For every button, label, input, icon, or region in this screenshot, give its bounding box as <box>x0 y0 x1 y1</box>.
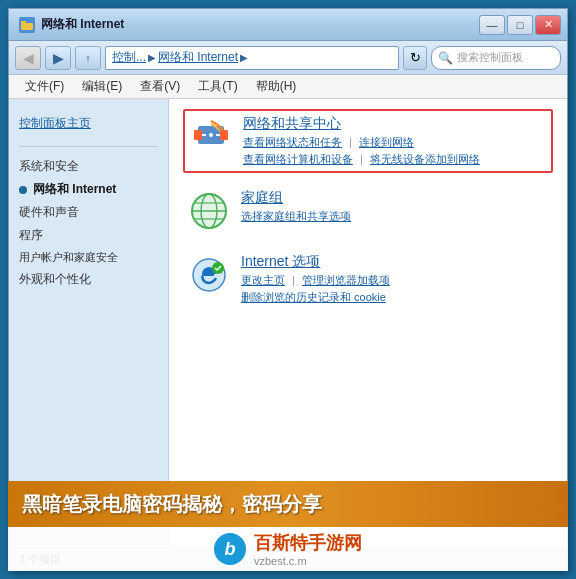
link-view-status[interactable]: 查看网络状态和任务 <box>243 136 342 148</box>
link-separator-2: | <box>360 153 366 165</box>
window-controls: — □ ✕ <box>479 15 561 35</box>
link-separator-1: | <box>349 136 355 148</box>
homegroup-title[interactable]: 家庭组 <box>241 189 549 207</box>
menu-help[interactable]: 帮助(H) <box>248 76 305 97</box>
category-network-sharing: 网络和共享中心 查看网络状态和任务 | 连接到网络 查看网络计算机和设备 | 将… <box>183 109 553 173</box>
title-bar: 网络和 Internet — □ ✕ <box>9 9 567 41</box>
svg-point-8 <box>209 133 213 137</box>
sidebar-item-user-accounts[interactable]: 用户帐户和家庭安全 <box>9 247 168 268</box>
window-title: 网络和 Internet <box>41 16 124 33</box>
homegroup-icon <box>187 189 231 233</box>
menu-view[interactable]: 查看(V) <box>132 76 188 97</box>
back-button[interactable]: ◀ <box>15 46 41 70</box>
watermark-site-name: 百斯特手游网 <box>254 531 362 555</box>
breadcrumb-separator-1: ▶ <box>148 52 156 63</box>
network-sharing-links-1: 查看网络状态和任务 | 连接到网络 <box>243 135 547 150</box>
network-sharing-icon <box>189 115 233 159</box>
sidebar-item-hardware[interactable]: 硬件和声音 <box>9 201 168 224</box>
sidebar-item-programs[interactable]: 程序 <box>9 224 168 247</box>
homegroup-links: 选择家庭组和共享选项 <box>241 209 549 224</box>
banner-text: 黑暗笔录电脑密码揭秘，密码分享 <box>22 491 322 518</box>
watermark-bar: b 百斯特手游网 vzbest.c.m <box>8 527 568 571</box>
svg-rect-0 <box>21 23 33 30</box>
sidebar-item-label-programs: 程序 <box>19 227 43 244</box>
menu-edit[interactable]: 编辑(E) <box>74 76 130 97</box>
promo-banner: 黑暗笔录电脑密码揭秘，密码分享 <box>8 481 568 527</box>
sidebar-item-label-network: 网络和 Internet <box>33 181 116 198</box>
refresh-button[interactable]: ↻ <box>403 46 427 70</box>
menu-tools[interactable]: 工具(T) <box>190 76 245 97</box>
breadcrumb-item-1[interactable]: 控制... <box>112 49 146 66</box>
breadcrumb-separator-2: ▶ <box>240 52 248 63</box>
link-separator-3: | <box>292 274 298 286</box>
sidebar-control-panel-home[interactable]: 控制面板主页 <box>19 113 158 134</box>
svg-rect-1 <box>21 21 26 24</box>
link-manage-addons[interactable]: 管理浏览器加载项 <box>302 274 390 286</box>
watermark-logo-icon: b <box>214 533 246 565</box>
network-sharing-details: 网络和共享中心 查看网络状态和任务 | 连接到网络 查看网络计算机和设备 | 将… <box>243 115 547 167</box>
sidebar-item-label-system: 系统和安全 <box>19 158 79 175</box>
link-delete-history[interactable]: 删除浏览的历史记录和 cookie <box>241 291 386 303</box>
watermark-url: vzbest.c.m <box>254 555 362 567</box>
window-icon <box>19 17 35 33</box>
sidebar-item-label-hardware: 硬件和声音 <box>19 204 79 221</box>
menu-bar: 文件(F) 编辑(E) 查看(V) 工具(T) 帮助(H) <box>9 75 567 99</box>
sidebar-item-system[interactable]: 系统和安全 <box>9 155 168 178</box>
internet-options-links-2: 删除浏览的历史记录和 cookie <box>241 290 549 305</box>
network-sharing-links-2: 查看网络计算机和设备 | 将无线设备添加到网络 <box>243 152 547 167</box>
svg-rect-3 <box>194 130 202 140</box>
maximize-button[interactable]: □ <box>507 15 533 35</box>
svg-rect-17 <box>202 274 214 276</box>
sidebar-divider-1 <box>19 146 158 147</box>
search-icon: 🔍 <box>438 51 453 65</box>
navigation-bar: ◀ ▶ ↑ 控制... ▶ 网络和 Internet ▶ ↻ 🔍 搜索控制面板 <box>9 41 567 75</box>
internet-options-icon <box>187 253 231 297</box>
breadcrumb-bar: 控制... ▶ 网络和 Internet ▶ <box>105 46 399 70</box>
title-bar-left: 网络和 Internet <box>19 16 124 33</box>
sidebar-item-network[interactable]: 网络和 Internet <box>9 178 168 201</box>
internet-options-links-1: 更改主页 | 管理浏览器加载项 <box>241 273 549 288</box>
svg-rect-4 <box>220 130 228 140</box>
menu-file[interactable]: 文件(F) <box>17 76 72 97</box>
breadcrumb-item-2[interactable]: 网络和 Internet <box>158 49 238 66</box>
close-button[interactable]: ✕ <box>535 15 561 35</box>
homegroup-details: 家庭组 选择家庭组和共享选项 <box>241 189 549 224</box>
sidebar-item-label-user-accounts: 用户帐户和家庭安全 <box>19 250 118 265</box>
link-change-homepage[interactable]: 更改主页 <box>241 274 285 286</box>
search-bar: 🔍 搜索控制面板 <box>431 46 561 70</box>
forward-button[interactable]: ▶ <box>45 46 71 70</box>
network-sharing-title[interactable]: 网络和共享中心 <box>243 115 547 133</box>
link-add-wireless[interactable]: 将无线设备添加到网络 <box>370 153 480 165</box>
active-bullet-icon <box>19 186 27 194</box>
sidebar-item-label-appearance: 外观和个性化 <box>19 271 91 288</box>
internet-options-title[interactable]: Internet 选项 <box>241 253 549 271</box>
sidebar-section-main: 控制面板主页 <box>9 109 168 138</box>
sidebar-item-appearance[interactable]: 外观和个性化 <box>9 268 168 291</box>
category-internet-options: Internet 选项 更改主页 | 管理浏览器加载项 删除浏览的历史记录和 c… <box>183 249 553 309</box>
link-connect[interactable]: 连接到网络 <box>359 136 414 148</box>
internet-options-details: Internet 选项 更改主页 | 管理浏览器加载项 删除浏览的历史记录和 c… <box>241 253 549 305</box>
minimize-button[interactable]: — <box>479 15 505 35</box>
category-homegroup: 家庭组 选择家庭组和共享选项 <box>183 185 553 237</box>
up-button[interactable]: ↑ <box>75 46 101 70</box>
watermark-site-info: 百斯特手游网 vzbest.c.m <box>254 531 362 567</box>
watermark-logo-char: b <box>225 539 236 560</box>
link-homegroup-share[interactable]: 选择家庭组和共享选项 <box>241 210 351 222</box>
search-placeholder[interactable]: 搜索控制面板 <box>457 50 523 65</box>
link-view-computers[interactable]: 查看网络计算机和设备 <box>243 153 353 165</box>
